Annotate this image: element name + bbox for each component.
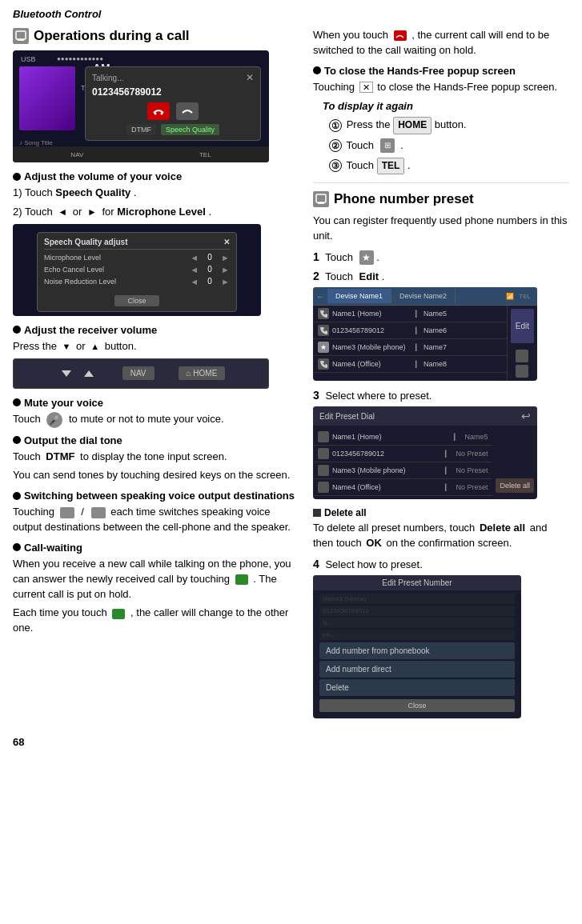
sq-close-button[interactable]: Close bbox=[114, 295, 159, 306]
calling-screen: USB ●●●●●●●●●●●● AM Thu. ♪ Song Title NA… bbox=[13, 50, 269, 162]
add-direct-button[interactable]: Add number direct bbox=[319, 661, 515, 678]
epn-title: Edit Preset Number bbox=[313, 575, 521, 590]
step-menu-icon: ② Touch ⊞ . bbox=[329, 138, 569, 154]
bg-item: N... bbox=[319, 618, 515, 628]
dial-tone-heading: Output the dial tone bbox=[13, 434, 297, 446]
operations-label: Operations during a call bbox=[34, 28, 190, 44]
speech-quality-button[interactable]: Speech Quality bbox=[161, 124, 219, 135]
calling-close[interactable]: ✕ bbox=[246, 72, 254, 83]
side-icon-1 bbox=[516, 350, 528, 362]
preset-right-panel: Edit bbox=[507, 306, 537, 381]
svg-rect-1 bbox=[18, 39, 24, 41]
call-waiting-heading: Call-waiting bbox=[13, 542, 297, 554]
calling-buttons bbox=[92, 102, 254, 120]
step4-row: 4 Select how to preset. bbox=[313, 558, 569, 570]
operations-heading: Operations during a call bbox=[13, 28, 297, 44]
adjust-volume-heading: Adjust the volume of your voice bbox=[13, 170, 297, 182]
step-tel: ③ Touch TEL . bbox=[329, 158, 569, 174]
vol-down-arrow: ▼ bbox=[62, 342, 71, 351]
display-again-label: To display it again bbox=[323, 99, 569, 114]
phone-icon bbox=[318, 431, 329, 442]
phone-icon bbox=[318, 448, 329, 459]
sq-title-text: Speech Quality adjust bbox=[44, 238, 127, 246]
svg-rect-4 bbox=[316, 194, 326, 202]
epn-body: Name1 (Home) 0123456789012 N... ph... Ad… bbox=[313, 590, 521, 718]
phone-preset-intro: You can register frequently used phone n… bbox=[313, 214, 569, 244]
phone-icon bbox=[318, 465, 329, 476]
phone-preset-label: Phone number preset bbox=[334, 191, 474, 207]
answer-call-button[interactable] bbox=[176, 102, 199, 120]
phone-icon bbox=[318, 482, 329, 493]
edit-button[interactable]: Edit bbox=[511, 309, 534, 343]
bullet-sq bbox=[313, 509, 321, 517]
list-item[interactable]: 0123456789012 ▎ No Preset bbox=[313, 446, 492, 462]
edit-back-icon[interactable]: ↩ bbox=[521, 410, 531, 422]
close-hands-free-text: Touching ✕ to close the Hands-Free popup… bbox=[313, 80, 569, 95]
calling-status: Talking... bbox=[92, 74, 123, 82]
divider bbox=[313, 182, 569, 183]
song-label: ♪ Song Title bbox=[19, 139, 53, 146]
nav-item-tel: TEL bbox=[199, 151, 211, 158]
bullet bbox=[13, 492, 21, 500]
bg-item: 0123456789012 bbox=[319, 606, 515, 616]
page-number: 68 bbox=[13, 736, 569, 748]
nav-btn-home[interactable]: ⌂ HOME bbox=[179, 366, 226, 380]
bg-item: ph... bbox=[319, 630, 515, 640]
call-waiting-text2: Each time you touch , the caller will ch… bbox=[13, 606, 297, 636]
noise-left-arrow[interactable]: ◄ bbox=[190, 277, 199, 286]
nav-vol-up bbox=[84, 370, 94, 377]
usb-label: USB bbox=[21, 55, 36, 63]
end-call-button[interactable] bbox=[147, 102, 170, 120]
list-item[interactable]: Name4 (Office) ▎ Name8 bbox=[313, 356, 507, 373]
phone-preset-icon bbox=[313, 191, 329, 207]
switch-icon bbox=[112, 609, 125, 619]
bg-item: Name1 (Home) bbox=[319, 594, 515, 604]
sq-row-noise: Noise Reduction Level ◄ 0 ► bbox=[44, 277, 230, 286]
list-item[interactable]: Name1 (Home) ▎ Name5 bbox=[313, 306, 507, 322]
speaker-phone-icon bbox=[60, 507, 74, 518]
sq-close-x[interactable]: ✕ bbox=[223, 238, 230, 246]
nav-item-nav: NAV bbox=[70, 151, 83, 158]
noise-right-arrow[interactable]: ► bbox=[221, 277, 230, 286]
mute-text: Touch 🎤 to mute or not to mute your voic… bbox=[13, 412, 297, 428]
svg-rect-0 bbox=[16, 31, 26, 39]
preset-tab1[interactable]: Devise Name1 bbox=[327, 289, 391, 303]
sq-row-mic: Microphone Level ◄ 0 ► bbox=[44, 253, 230, 262]
nav-btn-nav[interactable]: NAV bbox=[122, 366, 155, 380]
list-item[interactable]: 0123456789012 ▎ Name6 bbox=[313, 322, 507, 339]
list-item[interactable]: ★ Name3 (Mobile phone) ▎ Name7 bbox=[313, 339, 507, 356]
sq-overlay: Speech Quality adjust ✕ Microphone Level… bbox=[37, 232, 237, 312]
dial-tone-text: Touch DTMF to display the tone input scr… bbox=[13, 450, 297, 465]
operations-icon bbox=[13, 28, 29, 44]
star-icon: ★ bbox=[318, 342, 329, 353]
list-item[interactable]: Name3 (Mobile phone) ▎ No Preset bbox=[313, 462, 492, 479]
phone-preset-heading: Phone number preset bbox=[313, 191, 569, 207]
list-item[interactable]: Name1 (Home) ▎ Name5 bbox=[313, 429, 492, 446]
delete-all-button[interactable]: Delete all bbox=[496, 478, 534, 493]
bullet bbox=[13, 398, 21, 406]
bullet bbox=[13, 173, 21, 181]
echo-left-arrow[interactable]: ◄ bbox=[190, 265, 199, 274]
x-icon: ✕ bbox=[359, 82, 373, 93]
adjust-vol-step2: 2) Touch ◄ or ► for Microphone Level . bbox=[13, 205, 297, 220]
dtmf-button[interactable]: DTMF bbox=[126, 124, 156, 135]
delete-button[interactable]: Delete bbox=[319, 679, 515, 696]
epn-close-button[interactable]: Close bbox=[319, 699, 515, 712]
mic-left-arrow[interactable]: ◄ bbox=[190, 253, 199, 262]
vol-up-arrow: ▲ bbox=[90, 342, 99, 351]
bullet bbox=[313, 66, 321, 74]
mic-right-arrow[interactable]: ► bbox=[221, 253, 230, 262]
step1-row: 1 Touch ★ . bbox=[313, 250, 569, 266]
preset-tab2[interactable]: Devise Name2 bbox=[391, 289, 456, 303]
bullet bbox=[13, 326, 21, 334]
call-waiting-text1: When you receive a new call while talkin… bbox=[13, 557, 297, 602]
dial-tone-text2: You can send tones by touching desired k… bbox=[13, 468, 297, 483]
echo-right-arrow[interactable]: ► bbox=[221, 265, 230, 274]
delete-all-text: To delete all preset numbers, touch Dele… bbox=[313, 521, 569, 551]
step3-row: 3 Select where to preset. bbox=[313, 389, 569, 402]
album-art bbox=[19, 66, 75, 130]
right-column: When you touch , the current call will e… bbox=[313, 28, 569, 726]
phone-icon bbox=[318, 308, 329, 319]
add-phonebook-button[interactable]: Add number from phonebook bbox=[319, 642, 515, 659]
list-item[interactable]: Name4 (Office) ▎ No Preset bbox=[313, 479, 492, 496]
